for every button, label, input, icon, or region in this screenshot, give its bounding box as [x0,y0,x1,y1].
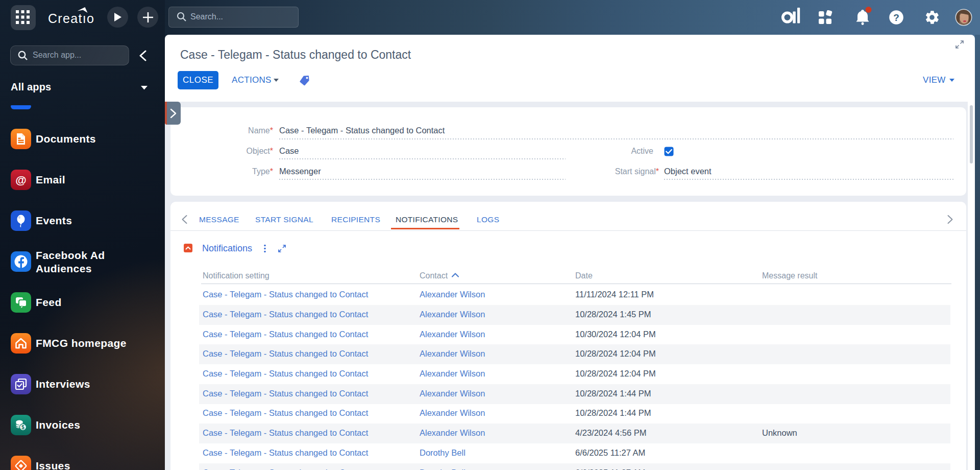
svg-text:?: ? [893,12,899,23]
svg-text:@: @ [15,174,26,186]
svg-text:$: $ [21,424,24,430]
